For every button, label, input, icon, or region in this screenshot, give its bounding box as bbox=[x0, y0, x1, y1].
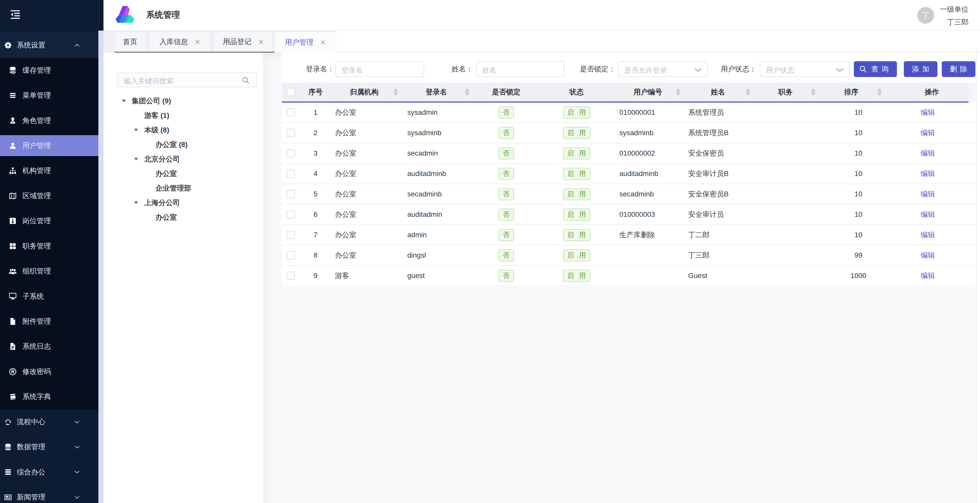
add-button[interactable]: 添加 bbox=[904, 61, 937, 77]
caret-down-icon[interactable] bbox=[134, 129, 138, 132]
chevron-down-icon bbox=[74, 444, 80, 450]
row-checkbox[interactable] bbox=[287, 271, 295, 280]
sidebar-item-职务管理[interactable]: 职务管理 bbox=[0, 234, 99, 259]
tree-node-集团公司 (9)[interactable]: 集团公司 (9) bbox=[132, 94, 171, 108]
row-checkbox[interactable] bbox=[287, 190, 295, 198]
tree-node-办公室[interactable]: 办公室 bbox=[156, 166, 177, 181]
edit-link[interactable]: 编辑 bbox=[921, 230, 935, 240]
tree-node-办公室[interactable]: 办公室 bbox=[156, 210, 177, 224]
sidebar-item-系统字典[interactable]: 系统字典 bbox=[0, 384, 99, 409]
edit-link[interactable]: 编辑 bbox=[921, 149, 935, 158]
table-row: 6办公室auditadmin否启用010000003安全审计员10编辑 bbox=[282, 204, 976, 225]
tab-用品登记[interactable]: 用品登记 bbox=[214, 32, 273, 52]
sort-arrows-icon[interactable] bbox=[465, 88, 469, 96]
caret-down-icon[interactable] bbox=[122, 99, 126, 102]
sidebar-item-综合办公[interactable]: 综合办公 bbox=[0, 459, 99, 484]
tree-node-label: 企业管理部 bbox=[156, 184, 191, 193]
row-checkbox[interactable] bbox=[287, 251, 295, 259]
delete-button-label: 删除 bbox=[947, 64, 970, 74]
sidebar-item-label: 系统日志 bbox=[22, 342, 51, 351]
caret-down-icon[interactable] bbox=[134, 201, 138, 204]
edit-link[interactable]: 编辑 bbox=[921, 169, 935, 179]
tab-首页[interactable]: 首页 bbox=[115, 32, 146, 52]
sidebar-item-系统设置[interactable]: 系统设置 bbox=[0, 33, 99, 57]
row-checkbox[interactable] bbox=[287, 109, 295, 117]
locked-badge: 否 bbox=[498, 229, 514, 241]
cell-sort: 1000 bbox=[822, 271, 888, 280]
row-checkbox[interactable] bbox=[287, 231, 295, 239]
table-header-row: 序号归属机构登录名是否锁定状态用户编号姓名职务排序操作 bbox=[282, 83, 976, 102]
sidebar-item-修改密码[interactable]: 修改密码 bbox=[0, 359, 99, 384]
cell-locked: 否 bbox=[476, 147, 537, 160]
select-all-checkbox[interactable] bbox=[287, 88, 295, 96]
col-header-用户编号[interactable]: 用户编号 bbox=[616, 87, 687, 97]
sort-arrows-icon[interactable] bbox=[811, 88, 816, 96]
close-icon[interactable] bbox=[258, 39, 264, 45]
col-header-排序[interactable]: 排序 bbox=[822, 87, 888, 97]
cell-actions: 编辑 bbox=[888, 271, 976, 281]
fold-menu-icon[interactable] bbox=[11, 10, 20, 19]
sidebar-item-岗位管理[interactable]: 岗位管理 bbox=[0, 208, 99, 233]
tree-node-本级 (8)[interactable]: 本级 (8) bbox=[144, 123, 169, 137]
query-button[interactable]: 查询 bbox=[854, 61, 897, 77]
col-header-姓名[interactable]: 姓名 bbox=[687, 87, 756, 97]
status-badge: 启用 bbox=[563, 168, 590, 180]
sidebar-item-label: 机构管理 bbox=[22, 166, 51, 176]
sidebar-item-区域管理[interactable]: 区域管理 bbox=[0, 184, 99, 208]
sidebar-item-缓存管理[interactable]: 缓存管理 bbox=[0, 57, 99, 83]
right-gutter bbox=[977, 53, 980, 503]
edit-link[interactable]: 编辑 bbox=[921, 189, 935, 199]
sidebar-item-系统日志[interactable]: 系统日志 bbox=[0, 334, 99, 359]
row-checkbox[interactable] bbox=[287, 129, 295, 137]
col-header-归属机构[interactable]: 归属机构 bbox=[331, 87, 404, 97]
cell-userno: 010000001 bbox=[616, 109, 687, 117]
app-logo-icon bbox=[115, 6, 135, 23]
tab-入库信息[interactable]: 入库信息 bbox=[149, 32, 211, 52]
row-checkbox[interactable] bbox=[287, 149, 295, 157]
edit-link[interactable]: 编辑 bbox=[921, 210, 935, 219]
status-filter-select[interactable]: 用户状态 bbox=[760, 61, 850, 77]
sidebar-item-菜单管理[interactable]: 菜单管理 bbox=[0, 83, 99, 108]
login-filter-input[interactable]: 登录名 bbox=[336, 61, 424, 77]
sidebar-scrollbar[interactable] bbox=[99, 30, 103, 503]
app-root: 系统设置缓存管理菜单管理角色管理用户管理机构管理区域管理岗位管理职务管理组织管理… bbox=[0, 0, 980, 503]
row-checkbox[interactable] bbox=[287, 169, 295, 178]
sidebar-item-新闻管理[interactable]: 新闻管理 bbox=[0, 485, 99, 503]
row-checkbox[interactable] bbox=[287, 211, 295, 219]
col-header-职务[interactable]: 职务 bbox=[756, 87, 822, 97]
tree-node-北京分公司[interactable]: 北京分公司 bbox=[144, 152, 180, 166]
tab-用户管理[interactable]: 用户管理 bbox=[275, 32, 336, 53]
sort-arrows-icon[interactable] bbox=[877, 88, 882, 96]
tree-node-企业管理部[interactable]: 企业管理部 bbox=[156, 181, 191, 195]
grid-icon bbox=[9, 242, 17, 250]
header-username[interactable]: 丁三郎 bbox=[947, 18, 969, 27]
sort-arrows-icon[interactable] bbox=[746, 88, 750, 96]
sidebar-item-用户管理[interactable]: 用户管理 bbox=[0, 133, 99, 158]
tree-search-input[interactable]: 输入关键词搜索 bbox=[117, 72, 257, 87]
edit-link[interactable]: 编辑 bbox=[921, 108, 935, 117]
sort-arrows-icon[interactable] bbox=[676, 88, 681, 96]
col-header-登录名[interactable]: 登录名 bbox=[404, 87, 476, 97]
sidebar-item-附件管理[interactable]: 附件管理 bbox=[0, 309, 99, 334]
edit-link[interactable]: 编辑 bbox=[921, 271, 935, 281]
sidebar-item-流程中心[interactable]: 流程中心 bbox=[0, 409, 99, 434]
sidebar-item-组织管理[interactable]: 组织管理 bbox=[0, 259, 99, 284]
close-icon[interactable] bbox=[320, 40, 326, 45]
sidebar-item-数据管理[interactable]: 数据管理 bbox=[0, 434, 99, 459]
locked-filter-select[interactable]: 是否允许登录 bbox=[618, 61, 708, 77]
name-filter-input[interactable]: 姓名 bbox=[476, 61, 565, 77]
sidebar-item-机构管理[interactable]: 机构管理 bbox=[0, 158, 99, 183]
edit-link[interactable]: 编辑 bbox=[921, 128, 935, 138]
edit-link[interactable]: 编辑 bbox=[921, 251, 935, 260]
tree-node-游客 (1)[interactable]: 游客 (1) bbox=[144, 108, 169, 123]
delete-button[interactable]: 删除 bbox=[942, 61, 975, 77]
sidebar-item-子系统[interactable]: 子系统 bbox=[0, 284, 99, 309]
sort-arrows-icon[interactable] bbox=[393, 88, 398, 96]
close-icon[interactable] bbox=[195, 39, 200, 45]
tree-node-办公室 (8)[interactable]: 办公室 (8) bbox=[156, 137, 188, 152]
tree-node-上海分公司[interactable]: 上海分公司 bbox=[144, 195, 180, 210]
sidebar-item-角色管理[interactable]: 角色管理 bbox=[0, 108, 99, 133]
search-icon[interactable] bbox=[242, 77, 250, 84]
caret-down-icon[interactable] bbox=[134, 158, 138, 161]
avatar[interactable]: 丁 bbox=[917, 7, 934, 24]
